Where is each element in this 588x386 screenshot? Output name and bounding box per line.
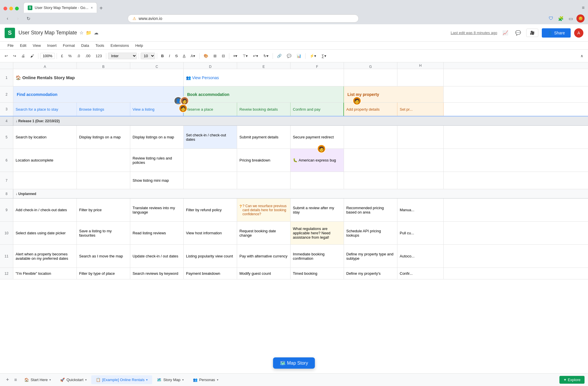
cloud-icon[interactable]: ☁: [94, 30, 98, 36]
bold-button[interactable]: B: [159, 53, 166, 59]
valign-button[interactable]: ⊤▾: [240, 53, 250, 59]
cell-10g[interactable]: Schedule API pricing lookups: [344, 222, 397, 244]
cell-9b[interactable]: Filter by price: [77, 198, 130, 221]
cell-2a[interactable]: Find accommodation 👤 👩: [13, 86, 184, 102]
cell-11c[interactable]: Update check-in / out dates: [130, 245, 184, 268]
cell-3b[interactable]: Browse listings: [77, 103, 130, 116]
address-bar[interactable]: ⚠ www.avion.io: [128, 14, 359, 23]
cell-3e[interactable]: Reveiw booking details: [237, 103, 291, 116]
cell-11e[interactable]: Pay with alternative currency: [237, 245, 291, 268]
col-header-e[interactable]: E: [237, 62, 291, 69]
account-avatar[interactable]: 😊: [576, 14, 585, 23]
col-header-a[interactable]: A: [13, 62, 77, 69]
col-header-h[interactable]: H: [397, 62, 444, 69]
cell-12e[interactable]: Modify guest count: [237, 268, 291, 279]
fill-color-button[interactable]: 🎨: [201, 53, 211, 59]
new-tab-button[interactable]: +: [97, 4, 105, 12]
redo-button[interactable]: ↪: [11, 53, 18, 59]
cell-5e[interactable]: Submit payment details: [237, 126, 291, 149]
cell-10c[interactable]: Read listing reviews: [130, 222, 184, 244]
cell-7d[interactable]: [184, 172, 237, 189]
cell-12a[interactable]: "I'm Flexible" location: [13, 268, 77, 279]
col-header-f[interactable]: F: [291, 62, 344, 69]
forward-button[interactable]: ›: [14, 14, 22, 23]
cell-9c[interactable]: Translate reviews into my language: [130, 198, 184, 221]
sheets-list-button[interactable]: ≡: [12, 376, 20, 384]
star-icon[interactable]: ☆: [79, 30, 83, 36]
tab-personas[interactable]: 👥 Personas ▾: [188, 375, 223, 384]
menu-data[interactable]: Data: [78, 42, 92, 49]
undo-button[interactable]: ↩: [2, 53, 10, 59]
add-sheet-button[interactable]: +: [3, 376, 12, 384]
tab-quickstart[interactable]: 🚀 Quickstart ▾: [55, 375, 91, 384]
comment-toolbar-button[interactable]: 💬: [284, 53, 294, 59]
col-header-g[interactable]: G: [344, 62, 397, 69]
cell-7a[interactable]: [13, 172, 77, 189]
cell-3h[interactable]: Set pr...: [397, 103, 444, 116]
merge-button[interactable]: ⊟: [219, 53, 227, 59]
cell-7h[interactable]: [397, 172, 444, 189]
cell-10a[interactable]: Select dates using date picker: [13, 222, 77, 244]
function-button[interactable]: ∑▾: [319, 53, 328, 59]
cell-12d[interactable]: Payment breakdown: [184, 268, 237, 279]
explore-button[interactable]: ✦ Explore: [559, 376, 585, 384]
italic-button[interactable]: I: [167, 53, 172, 59]
cell-6f[interactable]: 🐛 American express bug 🧑: [291, 149, 344, 172]
cell-2g[interactable]: List my property 🧑: [344, 86, 444, 102]
cell-2d[interactable]: Book accommodation: [184, 86, 344, 102]
underline-button[interactable]: A: [181, 53, 188, 59]
cell-1g[interactable]: [344, 69, 397, 86]
cell-1a[interactable]: 🏠 Online Rentals Story Map: [13, 69, 184, 86]
cell-6a[interactable]: Location autocomplete: [13, 149, 77, 172]
cell-7c[interactable]: Show listing mini map: [130, 172, 184, 189]
chart-button[interactable]: 📊: [294, 53, 304, 59]
cell-5a[interactable]: Search by location: [13, 126, 77, 149]
menu-format[interactable]: Format: [60, 42, 78, 49]
cell-5d[interactable]: Set check-in / check-out dates: [184, 126, 237, 149]
menu-edit[interactable]: Edit: [17, 42, 29, 49]
zoom-control[interactable]: 100%: [40, 53, 55, 59]
link-button[interactable]: 🔗: [275, 53, 284, 59]
cell-12h[interactable]: Confir...: [397, 268, 444, 279]
menu-insert[interactable]: Insert: [44, 42, 59, 49]
currency-button[interactable]: £: [59, 53, 65, 59]
menu-file[interactable]: File: [5, 42, 16, 49]
cell-7g[interactable]: [344, 172, 397, 189]
filter-button[interactable]: ⚡▾: [307, 53, 319, 59]
cell-5g[interactable]: [344, 126, 397, 149]
cell-11g[interactable]: Define my property type and subtype: [344, 245, 397, 268]
align-button[interactable]: ≡▾: [231, 53, 240, 59]
tab-example-online-rentals[interactable]: 📋 [Example] Online Rentals ▾: [91, 375, 152, 384]
collapse-toolbar-button[interactable]: ∧: [578, 53, 586, 59]
user-avatar[interactable]: A: [574, 28, 583, 38]
close-btn[interactable]: [3, 7, 7, 10]
cell-12f[interactable]: Timed booking: [291, 268, 344, 279]
menu-extensions[interactable]: Extensions: [108, 42, 132, 49]
cell-3a[interactable]: Search for a place to stay: [13, 103, 77, 116]
percent-button[interactable]: %: [66, 53, 74, 59]
cell-9a[interactable]: Add check-in / check-out dates: [13, 198, 77, 221]
font-select[interactable]: Inter: [108, 53, 137, 59]
paint-format-button[interactable]: 🖌: [28, 53, 36, 59]
cell-10f[interactable]: What regulations are applicable here? Ne…: [291, 222, 344, 244]
cell-7e[interactable]: [237, 172, 291, 189]
font-size-select[interactable]: 10: [141, 53, 155, 59]
tab-story-map[interactable]: 🗺️ Story Map ▾: [152, 375, 188, 384]
cell-12c[interactable]: Search reviews by keyword: [130, 268, 184, 279]
maximize-btn[interactable]: [15, 7, 19, 10]
borders-button[interactable]: ⊞: [211, 53, 219, 59]
decimal-dec-button[interactable]: .0: [75, 53, 82, 59]
cell-9e[interactable]: ? ? Can we resurface previous card detai…: [237, 198, 291, 221]
cell-3d[interactable]: Reserve a place: [184, 103, 237, 116]
rotate-button[interactable]: ↻▾: [261, 53, 271, 59]
cell-11f[interactable]: Immediate booking confirmation: [291, 245, 344, 268]
cell-6h[interactable]: [397, 149, 444, 172]
trend-icon[interactable]: 📈: [501, 28, 510, 38]
tab-start-here[interactable]: 🏠 Start Here ▾: [20, 375, 55, 384]
tab-close-icon[interactable]: ×: [91, 6, 93, 10]
refresh-button[interactable]: ↻: [24, 14, 32, 23]
decimal-inc-button[interactable]: .00: [83, 53, 93, 59]
cell-10d[interactable]: View host information: [184, 222, 237, 244]
cell-11a[interactable]: Alert when a property becomes available …: [13, 245, 77, 268]
cell-6d[interactable]: [184, 149, 237, 172]
